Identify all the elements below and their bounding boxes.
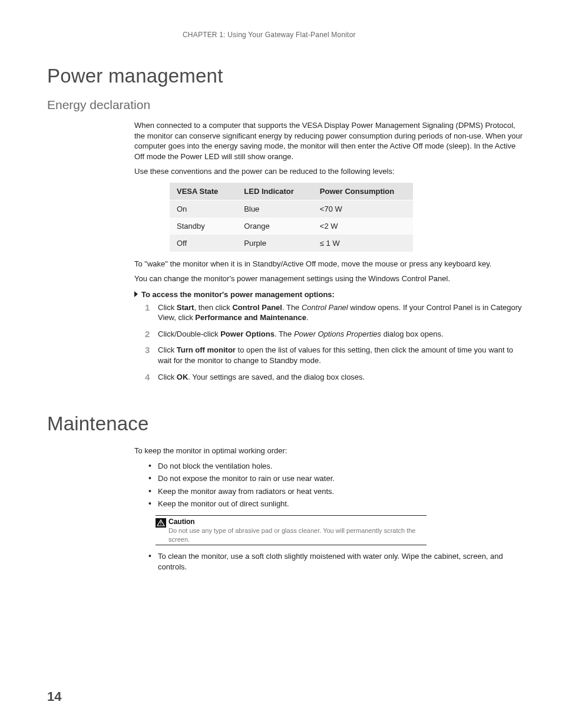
maintenance-list-2: To clean the monitor, use a soft cloth s… (147, 551, 527, 574)
list-item: 4 Click OK. Your settings are saved, and… (145, 372, 527, 388)
heading-maintenance: Maintenace (47, 413, 527, 435)
table-header: LED Indicator (237, 183, 313, 200)
paragraph: To keep the monitor in optimal working o… (134, 446, 527, 456)
table-cell: Blue (237, 200, 313, 218)
table-cell: <2 W (313, 218, 413, 235)
list-item: Do not expose the monitor to rain or use… (147, 473, 527, 486)
list-item: 2 Click/Double-click Power Options. The … (145, 329, 527, 345)
italic: Power Options Properties (294, 330, 381, 338)
paragraph: Use these conventions and the power can … (134, 166, 527, 177)
manual-page: CHAPTER 1: Using Your Gateway Flat-Panel… (0, 0, 562, 728)
text: Click (158, 373, 177, 381)
table-cell: Off (170, 235, 237, 252)
table-header: VESA State (170, 183, 237, 200)
step-number: 3 (145, 344, 150, 356)
table-header: Power Consumption (313, 183, 413, 200)
energy-declaration-body: When connected to a computer that suppor… (134, 120, 527, 388)
bold: Turn off monitor (177, 345, 236, 354)
list-item: To clean the monitor, use a soft cloth s… (147, 551, 527, 574)
paragraph: To "wake" the monitor when it is in Stan… (134, 259, 527, 269)
table-cell: On (170, 200, 237, 218)
text: Click/Double-click (158, 330, 220, 338)
list-item: Keep the monitor away from radiators or … (147, 486, 527, 499)
arrow-right-icon (134, 291, 138, 297)
table-cell: Purple (237, 235, 313, 252)
list-item: Do not block the ventilation holes. (147, 461, 527, 474)
text: . Your settings are saved, and the dialo… (188, 373, 365, 381)
paragraph: When connected to a computer that suppor… (134, 120, 527, 162)
procedure-heading: To access the monitor's power management… (134, 290, 527, 299)
step-number: 1 (145, 302, 150, 314)
table-cell: ≤ 1 W (313, 235, 413, 252)
paragraph: You can change the monitor's power manag… (134, 274, 527, 284)
caution-box: Caution Do not use any type of abrasive … (156, 515, 427, 545)
text: . The (275, 330, 294, 338)
text: Click (158, 303, 177, 312)
svg-rect-1 (160, 522, 161, 523)
maintenance-list-1: Do not block the ventilation holes. Do n… (147, 461, 527, 512)
italic: Control Panel (302, 303, 348, 312)
text: . The (282, 303, 302, 312)
caution-text: Do not use any type of abrasive pad or g… (168, 527, 415, 542)
step-number: 2 (145, 328, 150, 340)
svg-rect-2 (160, 524, 161, 525)
heading-power-management: Power management (47, 65, 527, 87)
bold: Control Panel (232, 303, 282, 312)
step-number: 4 (145, 371, 150, 383)
text: , then click (194, 303, 232, 312)
text: Click (158, 345, 177, 354)
list-item: Keep the monitor out of direct sunlight. (147, 499, 527, 512)
list-item: 1 Click Start, then click Control Panel.… (145, 302, 527, 329)
bold: Power Options (220, 330, 275, 338)
table-cell: <70 W (313, 200, 413, 218)
warning-icon (156, 518, 166, 528)
table-row: Off Purple ≤ 1 W (170, 235, 413, 252)
power-levels-table: VESA State LED Indicator Power Consumpti… (170, 183, 413, 252)
list-item: 3 Click Turn off monitor to open the lis… (145, 345, 527, 371)
page-number: 14 (47, 689, 61, 704)
heading-energy-declaration: Energy declaration (47, 98, 527, 112)
procedure-steps: 1 Click Start, then click Control Panel.… (145, 302, 527, 388)
caution-label: Caution (168, 518, 195, 526)
maintenance-body: To keep the monitor in optimal working o… (134, 446, 527, 574)
table-row: On Blue <70 W (170, 200, 413, 218)
text: . (306, 313, 309, 322)
bold: Performance and Maintenance (195, 313, 306, 322)
running-head: CHAPTER 1: Using Your Gateway Flat-Panel… (183, 31, 527, 39)
text: dialog box opens. (381, 330, 444, 338)
bold: OK (177, 373, 189, 381)
table-cell: Standby (170, 218, 237, 235)
table-cell: Orange (237, 218, 313, 235)
table-row: Standby Orange <2 W (170, 218, 413, 235)
procedure-heading-text: To access the monitor's power management… (141, 290, 335, 299)
bold: Start (177, 303, 194, 312)
